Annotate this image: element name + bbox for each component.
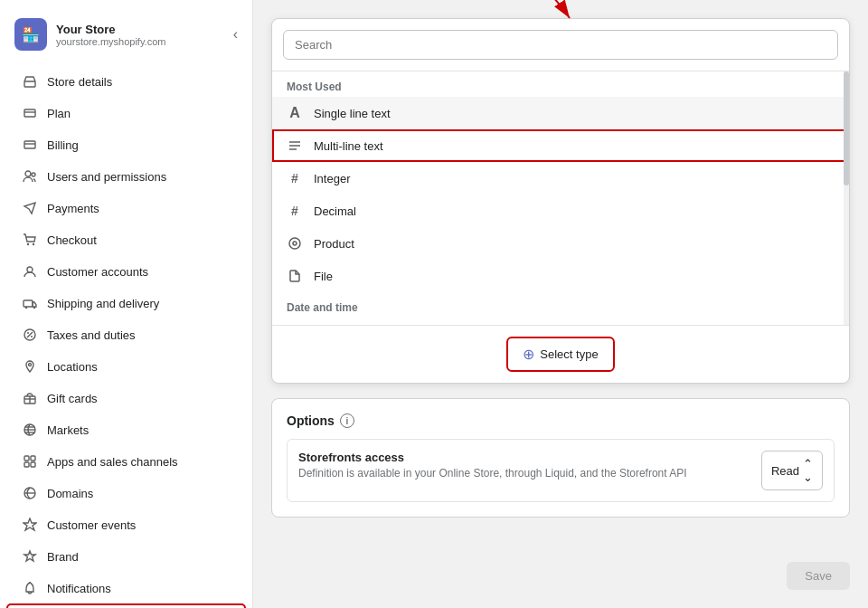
sidebar-item-locations[interactable]: Locations	[7, 351, 245, 382]
sidebar-item-plan[interactable]: Plan	[7, 98, 245, 128]
type-decimal[interactable]: # Decimal	[272, 195, 849, 227]
multi-line-icon	[287, 138, 303, 154]
sidebar-item-customer-events[interactable]: Customer events	[7, 509, 245, 540]
svg-point-12	[33, 307, 35, 309]
sidebar-item-label-checkout: Checkout	[47, 233, 97, 247]
type-list: Most Used A Single line text Multi-line …	[272, 71, 849, 325]
options-info-icon[interactable]: i	[340, 413, 354, 428]
storefronts-access-label: Storefronts access	[298, 451, 687, 464]
scrollbar-thumb	[844, 71, 849, 185]
sidebar-item-taxes-duties[interactable]: Taxes and duties	[7, 319, 245, 350]
type-product[interactable]: Product	[272, 227, 849, 260]
sidebar-item-label-payments: Payments	[47, 202, 99, 215]
domains-icon	[22, 485, 38, 501]
svg-rect-21	[24, 456, 29, 461]
sidebar-item-payments[interactable]: Payments	[7, 193, 245, 223]
shipping-delivery-icon	[22, 295, 38, 311]
type-dropdown-panel: Most Used A Single line text Multi-line …	[271, 18, 850, 384]
scrollbar-track[interactable]	[844, 71, 849, 325]
svg-point-7	[27, 243, 29, 245]
customer-accounts-icon	[22, 263, 38, 280]
product-icon	[287, 235, 303, 252]
sidebar-item-label-shipping-delivery: Shipping and delivery	[47, 297, 159, 310]
search-box	[272, 19, 849, 71]
sidebar-item-label-customer-events: Customer events	[47, 518, 136, 532]
taxes-duties-icon	[22, 327, 38, 343]
single-line-icon: A	[287, 105, 303, 121]
svg-point-34	[293, 242, 297, 245]
file-icon	[287, 268, 303, 284]
sidebar-item-label-apps-channels: Apps and sales channels	[47, 455, 178, 469]
store-header: 🏪 Your Store yourstore.myshopify.com ‹	[0, 11, 252, 65]
read-select-button[interactable]: Read ⌃⌄	[761, 451, 823, 490]
select-type-button[interactable]: ⊕ Select type	[506, 337, 614, 372]
markets-icon	[22, 422, 38, 438]
sidebar: 🏪 Your Store yourstore.myshopify.com ‹ S…	[0, 0, 253, 608]
option-text: Storefronts access Definition is availab…	[298, 451, 687, 480]
store-name: Your Store	[56, 23, 165, 36]
plan-icon	[22, 105, 38, 121]
type-multi-line[interactable]: Multi-line text	[272, 129, 849, 162]
sidebar-item-notifications[interactable]: Notifications	[7, 573, 245, 603]
sidebar-item-apps-channels[interactable]: Apps and sales channels	[7, 446, 245, 477]
sidebar-item-store-details[interactable]: Store details	[7, 66, 245, 97]
sidebar-item-label-taxes-duties: Taxes and duties	[47, 328, 136, 342]
locations-icon	[22, 358, 38, 375]
back-button[interactable]: ‹	[233, 26, 238, 43]
plus-icon: ⊕	[523, 346, 534, 363]
sidebar-item-label-domains: Domains	[47, 487, 93, 500]
svg-rect-24	[31, 462, 35, 467]
sidebar-item-checkout[interactable]: Checkout	[7, 224, 245, 255]
integer-icon: #	[287, 170, 303, 186]
apps-channels-icon	[22, 453, 38, 470]
store-details-icon	[22, 73, 38, 90]
svg-point-9	[27, 267, 33, 272]
sidebar-item-domains[interactable]: Domains	[7, 478, 245, 508]
sidebar-item-brand[interactable]: Brand	[7, 541, 245, 572]
sidebar-item-shipping-delivery[interactable]: Shipping and delivery	[7, 288, 245, 318]
store-url: yourstore.myshopify.com	[56, 36, 165, 47]
main-content: Most Used A Single line text Multi-line …	[253, 0, 868, 608]
sidebar-item-customer-accounts[interactable]: Customer accounts	[7, 256, 245, 287]
type-integer[interactable]: # Integer	[272, 162, 849, 195]
customer-events-icon	[22, 517, 38, 533]
sidebar-item-label-billing: Billing	[47, 138, 79, 152]
svg-point-8	[33, 243, 34, 245]
svg-point-33	[289, 238, 300, 249]
sidebar-item-label-store-details: Store details	[47, 75, 112, 89]
svg-point-6	[32, 173, 35, 176]
svg-point-16	[29, 364, 32, 366]
svg-point-14	[27, 332, 29, 334]
store-info: Your Store yourstore.myshopify.com	[56, 23, 165, 47]
svg-rect-23	[24, 462, 29, 467]
notifications-icon	[22, 580, 38, 596]
sidebar-item-label-plan: Plan	[47, 107, 71, 120]
svg-point-11	[25, 307, 27, 309]
sidebar-item-label-brand: Brand	[47, 550, 79, 564]
svg-point-5	[25, 171, 31, 176]
svg-rect-3	[24, 141, 35, 148]
sidebar-item-custom-data[interactable]: Custom data	[7, 604, 245, 608]
users-permissions-icon	[22, 168, 38, 185]
save-button[interactable]: Save	[787, 562, 850, 590]
sidebar-item-users-permissions[interactable]: Users and permissions	[7, 161, 245, 192]
sidebar-item-label-users-permissions: Users and permissions	[47, 170, 166, 184]
checkout-icon	[22, 232, 38, 248]
chevron-icon: ⌃⌄	[803, 457, 813, 484]
sidebar-item-label-customer-accounts: Customer accounts	[47, 265, 148, 279]
type-file[interactable]: File	[272, 260, 849, 292]
date-time-label: Date and time	[272, 292, 849, 318]
sidebar-nav: Store detailsPlanBillingUsers and permis…	[0, 66, 252, 608]
sidebar-item-gift-cards[interactable]: Gift cards	[7, 383, 245, 413]
billing-icon	[22, 137, 38, 153]
select-type-footer: ⊕ Select type	[272, 325, 849, 383]
search-input[interactable]	[283, 30, 838, 60]
svg-rect-10	[24, 300, 33, 307]
sidebar-item-markets[interactable]: Markets	[7, 414, 245, 445]
type-date-time[interactable]: Date and time	[272, 318, 849, 325]
sidebar-item-label-notifications: Notifications	[47, 582, 111, 595]
sidebar-item-label-gift-cards: Gift cards	[47, 392, 98, 405]
type-single-line[interactable]: A Single line text	[272, 97, 849, 129]
svg-rect-22	[31, 456, 35, 461]
sidebar-item-billing[interactable]: Billing	[7, 129, 245, 160]
